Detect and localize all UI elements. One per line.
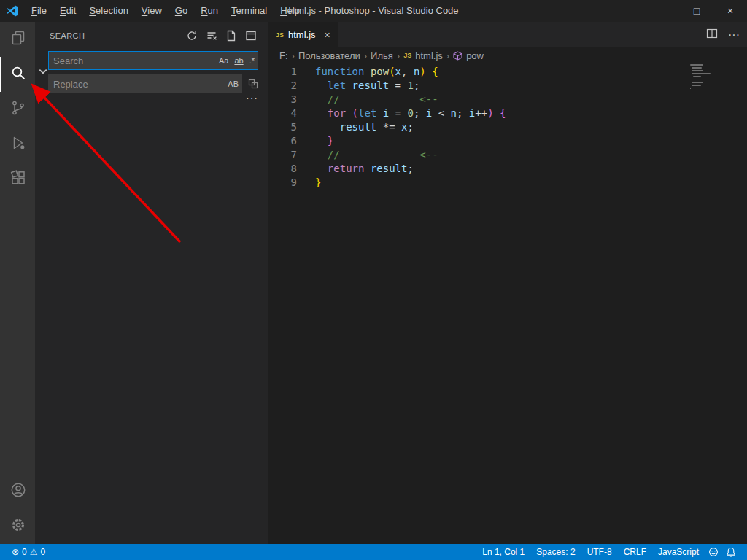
source-control-button[interactable]	[0, 92, 35, 127]
line-number: 6	[268, 134, 297, 148]
activity-bar	[0, 22, 35, 544]
replace-input[interactable]	[49, 79, 225, 90]
menu-go[interactable]: Go	[169, 0, 194, 22]
chevron-right-icon: ›	[446, 50, 449, 61]
warning-count: 0	[41, 547, 46, 557]
code-line-7[interactable]: 7 // <--	[268, 148, 747, 162]
tab-html-js[interactable]: JS html.js ×	[268, 22, 338, 47]
code-line-4[interactable]: 4 for (let i = 0; i < n; i++) {	[268, 106, 747, 120]
search-button[interactable]	[0, 57, 35, 92]
encoding-indicator[interactable]: UTF-8	[581, 547, 618, 557]
tab-strip: JS html.js × ···	[268, 22, 747, 47]
menu-terminal[interactable]: Terminal	[225, 0, 274, 22]
symbol-function-icon	[453, 51, 462, 61]
account-icon	[9, 481, 27, 502]
git-branch-icon	[9, 99, 27, 120]
notifications-bell-icon[interactable]	[722, 547, 740, 557]
warning-icon: ⚠	[30, 547, 38, 557]
code-line-5[interactable]: 5 result *= x;	[268, 120, 747, 134]
regex-toggle[interactable]: .*	[247, 56, 258, 65]
chevron-right-icon: ›	[397, 50, 400, 61]
toggle-search-details-button[interactable]: ···	[246, 92, 258, 104]
new-search-editor-icon[interactable]	[225, 30, 237, 42]
indentation-indicator[interactable]: Spaces: 2	[530, 547, 581, 557]
line-number: 1	[268, 65, 297, 79]
title-bar: FileEditSelectionViewGoRunTerminalHelp h…	[0, 0, 747, 22]
code-line-2[interactable]: 2 let result = 1;	[268, 79, 747, 93]
whole-word-toggle[interactable]: ab	[231, 56, 246, 65]
refresh-icon[interactable]	[186, 30, 198, 42]
extensions-button[interactable]	[0, 162, 35, 197]
breadcrumb-item-users[interactable]: Пользователи	[298, 50, 360, 61]
editor-more-actions-icon[interactable]: ···	[728, 28, 740, 42]
toggle-replace-button[interactable]	[38, 66, 48, 77]
line-number: 9	[268, 176, 297, 190]
minimize-button[interactable]: –	[646, 0, 680, 22]
problems-indicator[interactable]: ⊗ 0 ⚠ 0	[6, 547, 51, 557]
status-bar: ⊗ 0 ⚠ 0 Ln 1, Col 1 Spaces: 2 UTF-8 CRLF…	[0, 544, 747, 560]
chevron-right-icon: ›	[364, 50, 367, 61]
menu-bar: FileEditSelectionViewGoRunTerminalHelp	[25, 0, 306, 22]
open-in-editor-icon[interactable]	[245, 30, 257, 42]
clear-search-results-icon[interactable]	[206, 30, 217, 42]
editor-group: JS html.js × ··· F: › Пользователи	[268, 22, 747, 544]
sidebar-title: SEARCH	[50, 31, 85, 40]
menu-view[interactable]: View	[135, 0, 169, 22]
preserve-case-toggle[interactable]: AB	[225, 79, 241, 88]
explorer-button[interactable]	[0, 22, 35, 57]
line-number: 4	[268, 106, 297, 120]
eol-indicator[interactable]: CRLF	[618, 547, 652, 557]
feedback-icon[interactable]	[705, 547, 722, 557]
breadcrumb: F: › Пользователи › Илья › JS html.js › …	[268, 47, 747, 63]
vscode-logo-icon	[6, 4, 19, 18]
files-icon	[9, 29, 27, 50]
tab-label: html.js	[288, 29, 316, 40]
run-debug-button[interactable]	[0, 127, 35, 162]
line-number: 3	[268, 93, 297, 106]
line-number: 5	[268, 120, 297, 134]
search-icon	[9, 64, 27, 85]
breadcrumb-item-ilya[interactable]: Илья	[371, 50, 393, 61]
line-number: 8	[268, 162, 297, 176]
maximize-button[interactable]: □	[680, 0, 713, 22]
replace-all-icon[interactable]	[247, 78, 259, 90]
error-icon: ⊗	[12, 547, 19, 557]
breadcrumb-item-drive[interactable]: F:	[279, 50, 288, 61]
window-controls: – □ ×	[646, 0, 747, 22]
search-input[interactable]	[49, 55, 216, 66]
vscode-window: FileEditSelectionViewGoRunTerminalHelp h…	[0, 0, 747, 560]
javascript-file-icon: JS	[403, 52, 411, 59]
code-line-9[interactable]: 9}	[268, 176, 747, 190]
menu-selection[interactable]: Selection	[82, 0, 134, 22]
language-indicator[interactable]: JavaScript	[652, 547, 705, 557]
close-button[interactable]: ×	[713, 0, 747, 22]
split-editor-icon[interactable]	[706, 28, 718, 42]
account-button[interactable]	[0, 474, 35, 509]
replace-input-box: AB	[48, 74, 242, 93]
menu-edit[interactable]: Edit	[53, 0, 82, 22]
search-sidebar: SEARCH	[35, 22, 268, 544]
minimap[interactable]	[690, 64, 713, 89]
tab-close-icon[interactable]: ×	[325, 29, 330, 41]
cursor-position-indicator[interactable]: Ln 1, Col 1	[476, 547, 530, 557]
error-count: 0	[22, 547, 27, 557]
run-debug-icon	[9, 134, 27, 155]
code-line-6[interactable]: 6 }	[268, 134, 747, 148]
breadcrumb-item-symbol[interactable]: pow	[466, 50, 484, 61]
menu-help[interactable]: Help	[274, 0, 306, 22]
menu-run[interactable]: Run	[194, 0, 225, 22]
search-input-box: Aa ab .*	[48, 51, 258, 70]
code-area[interactable]: 1function pow(x, n) {2 let result = 1;3 …	[268, 63, 747, 190]
breadcrumb-item-file[interactable]: html.js	[415, 50, 443, 61]
code-line-1[interactable]: 1function pow(x, n) {	[268, 65, 747, 79]
chevron-right-icon: ›	[292, 50, 295, 61]
settings-button[interactable]	[0, 509, 35, 544]
extensions-icon	[9, 169, 27, 190]
line-number: 2	[268, 79, 297, 93]
gear-icon	[9, 516, 27, 537]
javascript-file-icon: JS	[276, 31, 284, 39]
match-case-toggle[interactable]: Aa	[216, 56, 231, 65]
code-line-8[interactable]: 8 return result;	[268, 162, 747, 176]
menu-file[interactable]: File	[25, 0, 53, 22]
code-line-3[interactable]: 3 // <--	[268, 93, 747, 106]
